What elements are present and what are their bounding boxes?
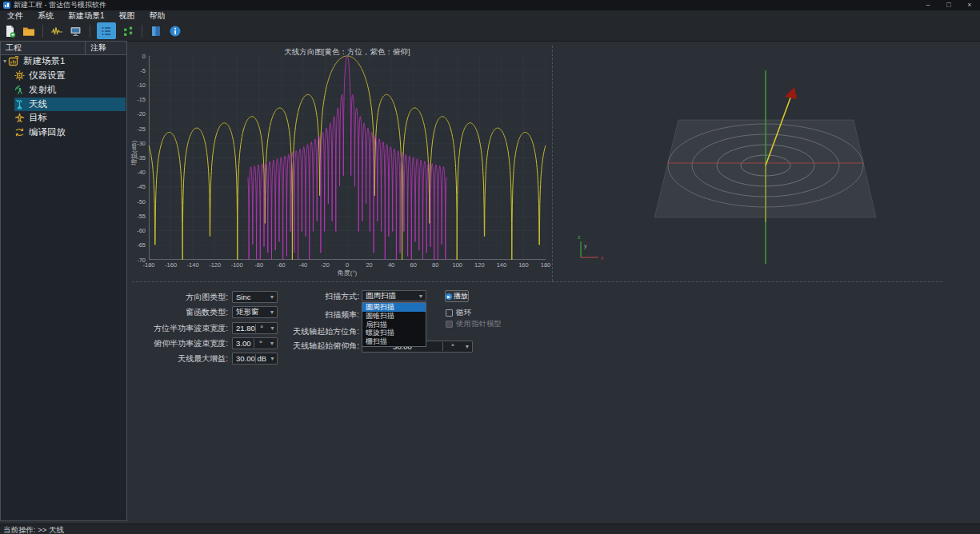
svg-text:-30: -30	[137, 140, 146, 147]
tree-item-antenna-selected[interactable]: 天线	[14, 98, 126, 111]
new-project-icon[interactable]	[2, 24, 17, 38]
svg-text:140: 140	[497, 261, 507, 269]
tree-item-label: 仪器设置	[29, 70, 66, 82]
panel-divider-horizontal	[132, 281, 942, 282]
radar-sim-window: 新建工程 - 雷达信号模拟软件 – □ × 文件 系统 新建场景1 视图 帮助	[0, 0, 980, 534]
tab-comment[interactable]: 注释	[86, 42, 106, 54]
pointer-model-label: 使用指针模型	[456, 319, 502, 329]
info-icon[interactable]	[168, 24, 182, 38]
menu-file[interactable]: 文件	[0, 10, 30, 21]
tree-item-instrument[interactable]: 仪器设置	[14, 69, 66, 82]
scan-3d-view[interactable]: z y x	[560, 48, 960, 280]
svg-text:-55: -55	[137, 213, 146, 220]
svg-text:-20: -20	[321, 261, 330, 269]
status-text: 当前操作: >> 天线	[3, 525, 64, 534]
compile-replay-icon	[14, 127, 25, 137]
status-bar: 当前操作: >> 天线	[0, 524, 980, 534]
svg-text:-140: -140	[187, 261, 199, 269]
svg-text:160: 160	[518, 261, 529, 269]
dropdown-option-spiral[interactable]: 螺旋扫描	[362, 329, 426, 337]
svg-text:z: z	[578, 234, 581, 240]
svg-text:-10: -10	[137, 82, 146, 89]
axis-triad: z y x	[578, 234, 604, 261]
document-icon[interactable]	[149, 24, 163, 38]
scene-icon	[8, 55, 19, 66]
expander-icon[interactable]: ▾	[3, 58, 6, 65]
chevron-down-icon: ▼	[462, 344, 472, 349]
arrowhead	[785, 87, 797, 99]
antenna-pattern-chart: 0-5-10-15-20-25-30-35-40-45-50-55-60-65-…	[149, 56, 546, 260]
svg-text:-5: -5	[140, 67, 146, 74]
tree-item-compile-replay[interactable]: 编译回放	[14, 126, 66, 139]
window-title: 新建工程 - 雷达信号模拟软件	[14, 0, 106, 10]
menu-system[interactable]: 系统	[30, 10, 61, 21]
svg-text:-80: -80	[254, 261, 263, 269]
close-button[interactable]: ×	[959, 0, 980, 10]
tree-item-label: 编译回放	[29, 126, 66, 138]
svg-text:-35: -35	[137, 154, 146, 161]
dropdown-option-conical[interactable]: 圆锥扫描	[362, 312, 426, 321]
svg-text:120: 120	[474, 261, 485, 269]
menu-view[interactable]: 视图	[112, 10, 142, 21]
tree-item-target[interactable]: 目标	[14, 111, 47, 125]
scan-mode-select[interactable]: 圆周扫描▼	[362, 290, 426, 301]
title-bar: 新建工程 - 雷达信号模拟软件 – □ ×	[0, 0, 980, 10]
svg-text:-160: -160	[165, 261, 177, 269]
svg-text:80: 80	[432, 261, 438, 269]
window-func-label: 窗函数类型:	[80, 306, 228, 318]
svg-text:-120: -120	[209, 261, 221, 269]
svg-text:x: x	[601, 255, 604, 261]
app-icon	[3, 2, 10, 9]
toolbar	[0, 21, 980, 42]
panel-divider-vertical	[552, 46, 553, 281]
chart-xlabel: 角度(°)	[149, 269, 546, 277]
svg-text:-15: -15	[137, 96, 146, 103]
svg-text:180: 180	[541, 261, 551, 269]
svg-text:y: y	[584, 243, 587, 249]
play-icon: ▶	[446, 293, 452, 300]
dropdown-option-sector[interactable]: 扇扫描	[362, 321, 426, 329]
menu-scene[interactable]: 新建场景1	[61, 10, 112, 21]
start-az-label: 天线轴起始方位角:	[256, 325, 359, 337]
az-beamwidth-label: 方位半功率波束宽度:	[80, 322, 228, 334]
dropdown-option-circular[interactable]: 圆周扫描	[362, 303, 426, 312]
tree-item-transmitter[interactable]: 发射机	[14, 83, 57, 97]
pointer-model-checkbox	[446, 321, 453, 328]
airplane-icon	[14, 113, 25, 123]
antenna-icon	[14, 99, 25, 110]
loop-checkbox[interactable]	[446, 309, 453, 317]
svg-text:-40: -40	[298, 261, 307, 269]
svg-text:-60: -60	[277, 261, 286, 269]
tree-item-scene-root[interactable]: ▾ 新建场景1	[3, 54, 65, 68]
svg-text:-65: -65	[137, 241, 146, 249]
svg-text:60: 60	[410, 261, 416, 269]
menu-help[interactable]: 帮助	[142, 10, 173, 21]
svg-text:-20: -20	[137, 110, 146, 118]
loop-label: 循环	[456, 308, 471, 318]
tab-project[interactable]: 工程	[1, 42, 86, 54]
svg-text:0: 0	[142, 53, 146, 60]
max-gain-input[interactable]: 30.00dB▼	[232, 353, 278, 365]
el-beamwidth-label: 俯仰半功率波束宽度:	[80, 337, 228, 349]
max-gain-label: 天线最大增益:	[80, 353, 228, 365]
menu-bar: 文件 系统 新建场景1 视图 帮助	[0, 10, 980, 21]
svg-text:20: 20	[366, 261, 372, 269]
loop-checkbox-row[interactable]: 循环	[446, 308, 471, 318]
chevron-down-icon: ▼	[268, 356, 277, 361]
open-project-icon[interactable]	[22, 24, 36, 38]
tree-item-label: 新建场景1	[23, 55, 65, 67]
tree-item-label: 目标	[29, 112, 47, 124]
scan-mode-label: 扫描方式:	[256, 290, 359, 302]
transmitter-icon	[14, 85, 25, 95]
play-button[interactable]: ▶ 播放	[445, 290, 469, 302]
dropdown-option-raster[interactable]: 栅扫描	[362, 337, 426, 346]
svg-text:40: 40	[388, 261, 394, 269]
pointer-model-checkbox-row: 使用指针模型	[446, 319, 502, 329]
device-icon[interactable]	[69, 24, 83, 38]
waveform-icon[interactable]	[50, 24, 64, 38]
minimize-button[interactable]: –	[918, 0, 938, 10]
scene-list-view-button-active[interactable]	[97, 22, 116, 39]
chevron-down-icon: ▼	[416, 293, 426, 299]
tile-view-icon[interactable]	[121, 24, 135, 38]
maximize-button[interactable]: □	[938, 0, 959, 10]
